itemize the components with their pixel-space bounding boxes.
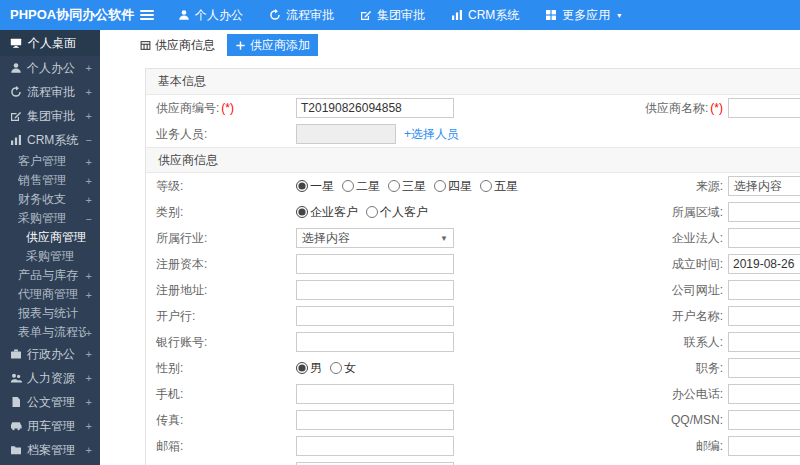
field-label-grade: 等级: [146, 178, 296, 195]
sidebar-item-supplier-mgmt[interactable]: 供应商管理 [0, 228, 100, 247]
radio-grade-0[interactable]: 一星 [296, 178, 334, 195]
form-row: 性别:男女职务: [146, 355, 800, 381]
radio-input-grade-3[interactable] [434, 180, 446, 192]
form-row: 类别:企业客户个人客户所属区域: [146, 199, 800, 225]
sidebar-item-form-flow-settings[interactable]: 表单与流程设置+ [0, 323, 100, 342]
form-row: 银行账号:联系人: [146, 329, 800, 355]
input-registered-address[interactable] [296, 280, 454, 300]
top-nav-item-group-approval[interactable]: 集团审批 [360, 7, 425, 24]
field-label-contact: 联系人: [606, 334, 723, 351]
radio-input-category-0[interactable] [296, 206, 308, 218]
expander-icon: + [86, 289, 92, 301]
input-qq-msn[interactable] [728, 410, 800, 430]
input-supplier-code[interactable] [296, 98, 454, 118]
input-founding-date[interactable] [728, 254, 800, 274]
input-business-person[interactable] [296, 124, 396, 144]
sidebar-item-desktop[interactable]: 个人桌面 [0, 30, 100, 56]
sidebar-item-label: 供应商管理 [26, 229, 92, 246]
input-registered-capital[interactable] [296, 254, 454, 274]
tab-supplier-add[interactable]: 供应商添加 [227, 34, 318, 56]
field-label-legal-person: 企业法人: [606, 230, 723, 247]
sidebar-item-label: 档案管理 [10, 442, 86, 459]
sidebar-item-agent-mgmt[interactable]: 代理商管理+ [0, 285, 100, 304]
input-bank[interactable] [296, 306, 454, 326]
input-email[interactable] [296, 436, 454, 456]
radio-grade-4[interactable]: 五星 [480, 178, 518, 195]
sidebar-item-hr[interactable]: 人力资源+ [0, 366, 100, 390]
input-zip-code[interactable] [728, 436, 800, 456]
radio-input-grade-4[interactable] [480, 180, 492, 192]
form-row: 手机:办公电话: [146, 381, 800, 407]
field-qq-msn [723, 410, 800, 430]
field-position [723, 358, 800, 378]
sidebar-item-personal-office[interactable]: 个人办公+ [0, 56, 100, 80]
sidebar-item-group-approval[interactable]: 集团审批+ [0, 104, 100, 128]
tab-supplier-info[interactable]: 供应商信息 [132, 34, 223, 56]
radio-grade-2[interactable]: 三星 [388, 178, 426, 195]
radio-gender-0[interactable]: 男 [296, 360, 322, 377]
sidebar-item-admin-office[interactable]: 行政办公+ [0, 342, 100, 366]
field-label-source: 来源: [606, 178, 723, 195]
input-company-website[interactable] [728, 280, 800, 300]
field-label-region: 所属区域: [606, 204, 723, 221]
form-wrap: 基本信息供应商编号:(*)供应商名称:(*)业务人员:+选择人员供应商信息等级:… [100, 60, 800, 465]
sidebar-item-purchasing[interactable]: 采购管理 [0, 247, 100, 266]
radio-gender-1[interactable]: 女 [330, 360, 356, 377]
input-region[interactable] [728, 202, 800, 222]
sidebar-item-process-approval[interactable]: 流程审批+ [0, 80, 100, 104]
menu-toggle-icon[interactable] [130, 10, 164, 20]
top-nav-item-more-apps[interactable]: 更多应用▾ [545, 7, 621, 24]
app-logo: PHPOA协同办公软件 [0, 6, 130, 24]
sidebar-item-reports[interactable]: 报表与统计 [0, 304, 100, 323]
input-office-phone[interactable] [728, 384, 800, 404]
sidebar-item-product-stock[interactable]: 产品与库存+ [0, 266, 100, 285]
top-nav-item-personal-office[interactable]: 个人办公 [178, 7, 243, 24]
field-registered-address [296, 280, 606, 300]
field-region [723, 202, 800, 222]
radio-category-0[interactable]: 企业客户 [296, 204, 358, 221]
input-legal-person[interactable] [728, 228, 800, 248]
sidebar-item-customer-mgmt[interactable]: 客户管理+ [0, 152, 100, 171]
field-label-business-person: 业务人员: [146, 126, 296, 143]
form-row: 传真:QQ/MSN: [146, 407, 800, 433]
top-nav-item-crm-system[interactable]: CRM系统 [451, 7, 519, 24]
field-bank [296, 306, 606, 326]
radio-grade-1[interactable]: 二星 [342, 178, 380, 195]
radio-input-category-1[interactable] [366, 206, 378, 218]
table-icon [140, 40, 151, 51]
sidebar-item-vehicle-mgmt[interactable]: 用车管理+ [0, 414, 100, 438]
input-bank-account[interactable] [296, 332, 454, 352]
field-label-position: 职务: [606, 360, 723, 377]
top-nav-item-process-approval[interactable]: 流程审批 [269, 7, 334, 24]
input-supplier-name[interactable] [728, 98, 800, 118]
sidebar-item-sales-mgmt[interactable]: 销售管理+ [0, 171, 100, 190]
sidebar-item-doc-mgmt[interactable]: 公文管理+ [0, 390, 100, 414]
field-label-supplier-code: 供应商编号:(*) [146, 100, 296, 117]
radio-input-grade-2[interactable] [388, 180, 400, 192]
sidebar-item-archive-mgmt[interactable]: 档案管理+ [0, 438, 100, 462]
radio-category-1[interactable]: 个人客户 [366, 204, 428, 221]
field-company-website [723, 280, 800, 300]
input-fax[interactable] [296, 410, 454, 430]
field-label-registered-address: 注册地址: [146, 282, 296, 299]
radio-input-grade-1[interactable] [342, 180, 354, 192]
link-select-person[interactable]: +选择人员 [404, 126, 459, 143]
radio-input-gender-0[interactable] [296, 362, 308, 374]
input-account-name[interactable] [728, 306, 800, 326]
sidebar-item-finance[interactable]: 财务收支+ [0, 190, 100, 209]
radio-grade-3[interactable]: 四星 [434, 178, 472, 195]
field-label-gender: 性别: [146, 360, 296, 377]
input-contact[interactable] [728, 332, 800, 352]
edit-icon [10, 110, 22, 122]
sidebar-item-crm-system[interactable]: CRM系统− [0, 128, 100, 152]
briefcase-icon [10, 348, 22, 360]
sidebar-item-purchase-mgmt[interactable]: 采购管理− [0, 209, 100, 228]
select-industry[interactable]: 选择内容▼ [296, 228, 454, 248]
radio-group-category: 企业客户个人客户 [296, 204, 436, 221]
radio-input-gender-1[interactable] [330, 362, 342, 374]
radio-group-gender: 男女 [296, 360, 364, 377]
input-mobile[interactable] [296, 384, 454, 404]
input-position[interactable] [728, 358, 800, 378]
radio-input-grade-0[interactable] [296, 180, 308, 192]
select-source[interactable]: 选择内容▼ [728, 176, 800, 196]
